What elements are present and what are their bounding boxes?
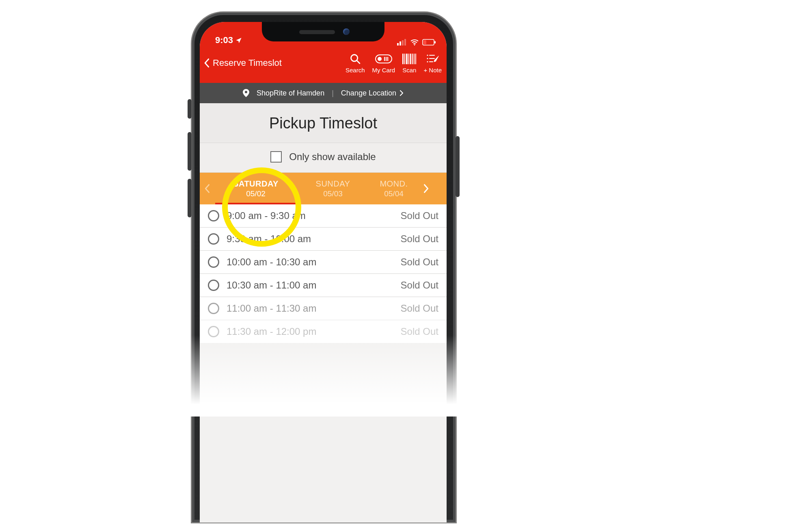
battery-low-icon: [422, 39, 436, 46]
wifi-icon: [410, 39, 419, 46]
day-tab-name: SATURDAY: [233, 179, 279, 189]
radio-unchecked-icon: [208, 280, 219, 291]
timeslot-row[interactable]: 11:30 am - 12:00 pm Sold Out: [200, 320, 447, 343]
only-available-label: Only show available: [289, 151, 376, 163]
timeslot-row[interactable]: 9:30 am - 10:00 am Sold Out: [200, 228, 447, 251]
nav-action-note[interactable]: + Note: [423, 53, 442, 74]
nav-action-label: My Card: [372, 67, 395, 74]
chevron-left-icon: [204, 58, 210, 68]
location-arrow-icon: [235, 37, 242, 43]
timeslot-time: 9:00 am - 9:30 am: [227, 210, 306, 221]
svg-rect-0: [397, 43, 399, 46]
phone-notch: [262, 22, 384, 41]
page-title-wrap: Pickup Timeslot: [200, 103, 447, 143]
chevron-right-icon: [423, 184, 429, 193]
svg-rect-18: [408, 54, 409, 64]
nav-action-search[interactable]: Search: [346, 53, 365, 74]
selected-tab-underline: [215, 203, 296, 204]
svg-rect-6: [434, 41, 436, 43]
nav-action-my-card[interactable]: My Card: [372, 53, 395, 74]
svg-point-23: [427, 54, 428, 56]
svg-point-27: [427, 61, 428, 62]
svg-rect-16: [404, 54, 405, 64]
svg-rect-14: [387, 57, 388, 61]
chevron-left-icon: [205, 184, 210, 193]
svg-rect-12: [384, 57, 385, 61]
radio-unchecked-icon: [208, 326, 219, 337]
timeslot-time: 10:00 am - 10:30 am: [227, 256, 316, 268]
timeslot-row[interactable]: 10:00 am - 10:30 am Sold Out: [200, 251, 447, 274]
timeslot-row[interactable]: 9:00 am - 9:30 am Sold Out: [200, 204, 447, 228]
svg-rect-15: [402, 54, 404, 64]
change-location-button[interactable]: Change Location: [341, 89, 404, 98]
timeslot-row[interactable]: 10:30 am - 11:00 am Sold Out: [200, 274, 447, 297]
radio-unchecked-icon: [208, 210, 219, 221]
map-pin-icon: [243, 89, 249, 97]
phone-volume-up: [188, 132, 192, 171]
back-button[interactable]: Reserve Timeslot: [204, 58, 282, 68]
phone-screen: 9:03: [200, 22, 447, 523]
day-tab-name: SUNDAY: [316, 179, 350, 189]
svg-rect-21: [414, 54, 415, 64]
store-name: ShopRite of Hamden: [257, 89, 324, 98]
divider: |: [332, 89, 334, 98]
svg-rect-2: [402, 40, 404, 46]
timeslot-status: Sold Out: [401, 233, 438, 245]
svg-rect-13: [386, 57, 387, 61]
svg-rect-17: [406, 54, 408, 64]
timeslot-status: Sold Out: [401, 280, 438, 291]
svg-line-9: [356, 60, 360, 63]
svg-point-8: [351, 54, 357, 61]
phone-volume-down: [188, 179, 192, 217]
loyalty-card-icon: [375, 53, 392, 65]
page-title: Pickup Timeslot: [200, 115, 447, 132]
list-edit-icon: [426, 53, 439, 65]
back-label: Reserve Timeslot: [213, 58, 282, 68]
phone-silent-switch: [188, 99, 192, 119]
svg-point-4: [414, 44, 415, 45]
svg-rect-1: [400, 41, 401, 46]
timeslot-status: Sold Out: [401, 256, 438, 268]
barcode-icon: [402, 53, 416, 65]
timeslot-status: Sold Out: [401, 326, 438, 337]
phone-side-button: [456, 136, 460, 197]
svg-rect-20: [412, 54, 413, 64]
radio-unchecked-icon: [208, 303, 219, 314]
status-time: 9:03: [215, 35, 233, 46]
timeslot-status: Sold Out: [401, 210, 438, 221]
nav-bar: Reserve Timeslot Search: [200, 47, 447, 83]
timeslot-list: 9:00 am - 9:30 am Sold Out 9:30 am - 10:…: [200, 204, 447, 343]
day-tab-date: 05/02: [246, 189, 266, 198]
svg-rect-22: [415, 54, 416, 64]
svg-rect-19: [410, 54, 411, 64]
day-tab-saturday[interactable]: SATURDAY 05/02: [215, 173, 296, 204]
search-icon: [350, 53, 361, 65]
day-tabs: SATURDAY 05/02 SUNDAY 05/03 MOND. 05/04: [200, 173, 447, 204]
radio-unchecked-icon: [208, 233, 219, 245]
nav-action-scan[interactable]: Scan: [402, 53, 416, 74]
timeslot-time: 11:00 am - 11:30 am: [227, 303, 316, 314]
day-next-button[interactable]: [418, 173, 434, 204]
timeslot-row[interactable]: 11:00 am - 11:30 am Sold Out: [200, 297, 447, 320]
nav-action-label: Search: [346, 67, 365, 74]
chevron-right-icon: [400, 90, 404, 96]
day-tab-date: 05/04: [384, 189, 404, 198]
day-tab-date: 05/03: [323, 189, 343, 198]
cellular-icon: [397, 39, 407, 46]
timeslot-status: Sold Out: [401, 303, 438, 314]
day-prev-button[interactable]: [200, 173, 215, 204]
day-tab-name: MOND.: [380, 179, 408, 189]
day-tab-sunday[interactable]: SUNDAY 05/03: [296, 173, 369, 204]
timeslot-time: 9:30 am - 10:00 am: [227, 233, 311, 245]
timeslot-time: 10:30 am - 11:00 am: [227, 280, 316, 291]
svg-rect-7: [423, 40, 426, 44]
svg-point-11: [378, 57, 382, 61]
day-tab-monday[interactable]: MOND. 05/04: [369, 173, 418, 204]
svg-point-25: [427, 58, 428, 59]
only-available-filter[interactable]: Only show available: [200, 143, 447, 173]
svg-rect-3: [404, 39, 406, 46]
radio-unchecked-icon: [208, 256, 219, 268]
checkbox-unchecked-icon: [270, 151, 282, 163]
nav-action-label: + Note: [423, 67, 442, 74]
change-location-label: Change Location: [341, 89, 396, 98]
